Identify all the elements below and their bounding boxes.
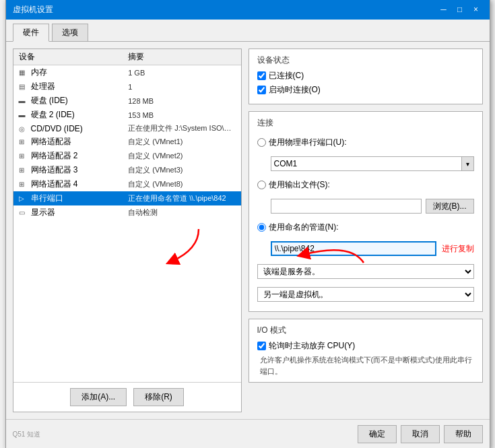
- boot-connect-label: 启动时连接(O): [269, 84, 321, 96]
- pipe-row: 使用命名的管道(N):: [257, 222, 474, 233]
- tab-bar: 硬件 选项: [6, 20, 490, 42]
- col-summary: 摘要: [123, 49, 240, 65]
- device-status-section: 设备状态 已连接(C) 启动时连接(O): [249, 49, 483, 104]
- output-file-radio[interactable]: [257, 181, 266, 189]
- table-row[interactable]: ⊞网络适配器 3自定义 (VMnet3): [13, 163, 241, 177]
- add-device-button[interactable]: 添加(A)...: [70, 388, 127, 406]
- physical-port-row: 使用物理串行端口(U):: [257, 137, 474, 148]
- bottom-bar: Q51 知道 确定 取消 帮助: [6, 419, 490, 448]
- connection-section: 连接 使用物理串行端口(U): ▾ 使用输出文件(S):: [249, 111, 483, 312]
- output-file-input-container: 浏览(B)...: [257, 199, 474, 214]
- minimize-button[interactable]: ─: [437, 3, 451, 15]
- table-row[interactable]: ⊞网络适配器 2自定义 (VMnet2): [13, 149, 241, 163]
- pipe-input-container: 进行复制: [257, 241, 474, 256]
- table-row[interactable]: ▤处理器1: [13, 79, 241, 94]
- help-button[interactable]: 帮助: [444, 425, 483, 443]
- window-title: 虚拟机设置: [13, 4, 53, 15]
- boot-connect-row: 启动时连接(O): [257, 84, 474, 96]
- connected-checkbox[interactable]: [257, 71, 266, 80]
- table-row[interactable]: ▭显示器自动检测: [13, 205, 241, 220]
- io-mode-title: I/O 模式: [257, 325, 474, 336]
- boot-connect-checkbox[interactable]: [257, 86, 266, 94]
- table-row[interactable]: ▦内存1 GB: [13, 65, 241, 80]
- output-file-label: 使用输出文件(S):: [269, 179, 330, 191]
- io-mode-desc: 允许客户机操作系统在轮询模式下(而不是中断模式式)使用此串行端口。: [257, 354, 474, 377]
- watermark: Q51 知道: [13, 430, 41, 439]
- title-bar: 虚拟机设置 ─ □ ×: [6, 0, 490, 20]
- poll-cpu-checkbox[interactable]: [257, 342, 266, 350]
- table-row[interactable]: ▷串行端口正在使用命名管道 \\.\pipe\842: [13, 191, 241, 205]
- browse-button[interactable]: 浏览(B)...: [426, 199, 474, 214]
- table-row[interactable]: ⊞网络适配器自定义 (VMnet1): [13, 135, 241, 149]
- device-panel: 设备 摘要 ▦内存1 GB▤处理器1▬硬盘 (IDE)128 MB▬硬盘 2 (…: [13, 49, 242, 412]
- io-mode-section: I/O 模式 轮询时主动放弃 CPU(Y) 允许客户机操作系统在轮询模式下(而不…: [249, 319, 483, 383]
- table-row[interactable]: ▬硬盘 (IDE)128 MB: [13, 94, 241, 108]
- device-table: 设备 摘要 ▦内存1 GB▤处理器1▬硬盘 (IDE)128 MB▬硬盘 2 (…: [13, 49, 241, 220]
- table-row[interactable]: ▬硬盘 2 (IDE)153 MB: [13, 108, 241, 122]
- device-status-title: 设备状态: [257, 55, 474, 66]
- client-dropdown[interactable]: 另一端是虚拟机。: [257, 287, 474, 302]
- output-file-row: 使用输出文件(S):: [257, 179, 474, 191]
- tab-hardware[interactable]: 硬件: [13, 24, 49, 42]
- output-file-input[interactable]: [271, 199, 422, 214]
- connected-label: 已连接(C): [269, 70, 304, 82]
- ok-button[interactable]: 确定: [358, 425, 397, 443]
- main-content: 设备 摘要 ▦内存1 GB▤处理器1▬硬盘 (IDE)128 MB▬硬盘 2 (…: [6, 42, 490, 419]
- main-window: 虚拟机设置 ─ □ × 硬件 选项 设备 摘要 ▦内存1 GB▤处理器1▬硬盘 …: [5, 0, 490, 448]
- server-dropdown-row: 该端是服务器。: [257, 264, 474, 279]
- cancel-button[interactable]: 取消: [401, 425, 440, 443]
- remove-device-button[interactable]: 移除(R): [133, 388, 184, 406]
- close-button[interactable]: ×: [469, 3, 483, 15]
- table-row[interactable]: ⊞网络适配器 4自定义 (VMnet8): [13, 177, 241, 191]
- table-row[interactable]: ◎CD/DVD (IDE)正在使用文件 J:\System ISO\Debia.…: [13, 122, 241, 135]
- physical-port-label: 使用物理串行端口(U):: [269, 137, 347, 148]
- pipe-annotation: 进行复制: [442, 243, 474, 255]
- physical-port-combo-container: ▾: [257, 156, 474, 171]
- physical-port-input[interactable]: [271, 156, 462, 171]
- server-dropdown[interactable]: 该端是服务器。: [257, 264, 474, 279]
- pipe-radio[interactable]: [257, 223, 266, 232]
- physical-port-combo: ▾: [271, 156, 474, 171]
- maximize-button[interactable]: □: [453, 3, 467, 15]
- pipe-input[interactable]: [271, 241, 436, 256]
- physical-port-dropdown-btn[interactable]: ▾: [462, 156, 474, 171]
- col-device: 设备: [13, 49, 123, 65]
- pipe-label: 使用命名的管道(N):: [269, 222, 339, 233]
- physical-port-radio[interactable]: [257, 138, 266, 147]
- connected-row: 已连接(C): [257, 70, 474, 82]
- title-controls: ─ □ ×: [437, 3, 483, 15]
- poll-cpu-label: 轮询时主动放弃 CPU(Y): [269, 340, 356, 352]
- poll-cpu-row: 轮询时主动放弃 CPU(Y): [257, 340, 474, 352]
- device-footer: 添加(A)... 移除(R): [13, 382, 241, 412]
- tab-options[interactable]: 选项: [52, 24, 88, 41]
- client-dropdown-row: 另一端是虚拟机。: [257, 287, 474, 302]
- right-panel: 设备状态 已连接(C) 启动时连接(O) 连接 使用物理串行端口(U):: [249, 49, 483, 412]
- connection-title: 连接: [257, 117, 474, 129]
